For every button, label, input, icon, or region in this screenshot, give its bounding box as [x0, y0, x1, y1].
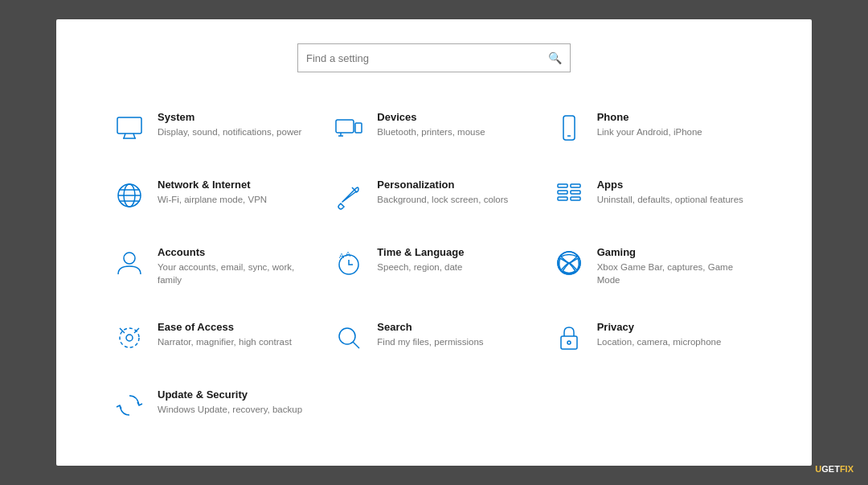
settings-grid: SystemDisplay, sound, notifications, pow… — [104, 97, 764, 442]
setting-item-network[interactable]: Network & InternetWi-Fi, airplane mode, … — [104, 164, 324, 232]
time-icon: AA — [332, 246, 366, 280]
svg-rect-0 — [117, 117, 141, 134]
search-bar: 🔍 — [297, 43, 571, 72]
watermark: UGETFIX — [815, 461, 854, 475]
svg-rect-18 — [571, 184, 580, 187]
setting-desc-system: Display, sound, notifications, power — [158, 125, 301, 138]
setting-title-gaming: Gaming — [597, 246, 747, 258]
svg-point-28 — [126, 335, 133, 341]
svg-text:A: A — [346, 250, 350, 258]
setting-desc-ease: Narrator, magnifier, high contrast — [158, 335, 292, 348]
apps-icon — [552, 179, 586, 212]
setting-title-personalization: Personalization — [377, 179, 508, 191]
setting-text-time: Time & LanguageSpeech, region, date — [377, 246, 464, 273]
setting-text-search: SearchFind my files, permissions — [377, 321, 483, 348]
setting-item-phone[interactable]: PhoneLink your Android, iPhone — [544, 97, 764, 164]
monitor-icon — [113, 111, 146, 145]
setting-item-devices[interactable]: DevicesBluetooth, printers, mouse — [324, 97, 543, 164]
setting-title-ease: Ease of Access — [158, 321, 292, 333]
setting-item-apps[interactable]: AppsUninstall, defaults, optional featur… — [544, 164, 764, 232]
svg-rect-19 — [571, 191, 580, 194]
search-icon: 🔍 — [548, 51, 562, 64]
setting-title-phone: Phone — [597, 111, 702, 123]
svg-rect-16 — [558, 191, 567, 194]
setting-item-system[interactable]: SystemDisplay, sound, notifications, pow… — [104, 97, 324, 164]
setting-desc-accounts: Your accounts, email, sync, work, family — [158, 261, 308, 286]
svg-rect-5 — [355, 123, 362, 133]
setting-desc-privacy: Location, camera, microphone — [597, 335, 722, 348]
setting-desc-search: Find my files, permissions — [377, 335, 483, 348]
paint-icon — [332, 179, 366, 212]
xbox-icon — [552, 246, 586, 280]
setting-title-search: Search — [377, 321, 483, 333]
setting-title-update: Update & Security — [158, 388, 302, 401]
devices-icon — [332, 111, 366, 145]
lock-icon — [552, 321, 586, 355]
setting-desc-gaming: Xbox Game Bar, captures, Game Mode — [597, 261, 747, 286]
account-icon — [113, 246, 146, 280]
setting-text-privacy: PrivacyLocation, camera, microphone — [597, 321, 722, 348]
setting-title-time: Time & Language — [377, 246, 464, 258]
setting-text-network: Network & InternetWi-Fi, airplane mode, … — [158, 179, 267, 206]
svg-rect-20 — [571, 197, 580, 200]
svg-point-32 — [567, 341, 571, 344]
setting-text-ease: Ease of AccessNarrator, magnifier, high … — [158, 321, 292, 348]
setting-item-privacy[interactable]: PrivacyLocation, camera, microphone — [544, 306, 764, 374]
setting-item-time[interactable]: AATime & LanguageSpeech, region, date — [324, 232, 543, 306]
setting-title-privacy: Privacy — [597, 321, 722, 333]
setting-item-gaming[interactable]: GamingXbox Game Bar, captures, Game Mode — [544, 232, 764, 306]
settings-window: 🔍 SystemDisplay, sound, notifications, p… — [56, 19, 812, 466]
setting-text-personalization: PersonalizationBackground, lock screen, … — [377, 179, 508, 206]
svg-line-2 — [133, 134, 135, 138]
search-icon — [332, 321, 366, 355]
setting-text-update: Update & SecurityWindows Update, recover… — [158, 388, 302, 416]
svg-rect-17 — [558, 197, 567, 200]
globe-icon — [113, 179, 146, 212]
setting-title-network: Network & Internet — [158, 179, 267, 191]
setting-item-ease[interactable]: Ease of AccessNarrator, magnifier, high … — [104, 306, 324, 374]
setting-desc-network: Wi-Fi, airplane mode, VPN — [158, 193, 267, 206]
setting-desc-time: Speech, region, date — [377, 261, 464, 273]
svg-rect-15 — [558, 184, 567, 187]
svg-line-30 — [353, 342, 359, 348]
setting-title-apps: Apps — [597, 179, 743, 191]
setting-item-search[interactable]: SearchFind my files, permissions — [324, 306, 543, 374]
watermark-get: GET — [821, 464, 840, 474]
setting-text-system: SystemDisplay, sound, notifications, pow… — [158, 111, 301, 138]
setting-desc-personalization: Background, lock screen, colors — [377, 193, 508, 206]
phone-icon — [552, 111, 586, 145]
search-input[interactable] — [306, 52, 548, 64]
update-icon — [113, 388, 146, 422]
setting-text-phone: PhoneLink your Android, iPhone — [597, 111, 702, 138]
search-bar-container: 🔍 — [297, 43, 571, 72]
setting-desc-apps: Uninstall, defaults, optional features — [597, 193, 743, 206]
setting-item-personalization[interactable]: PersonalizationBackground, lock screen, … — [324, 164, 543, 232]
setting-desc-devices: Bluetooth, printers, mouse — [377, 125, 485, 138]
setting-item-update[interactable]: Update & SecurityWindows Update, recover… — [104, 374, 324, 442]
setting-text-accounts: AccountsYour accounts, email, sync, work… — [158, 246, 308, 286]
setting-item-accounts[interactable]: AccountsYour accounts, email, sync, work… — [104, 232, 324, 306]
svg-line-1 — [124, 134, 125, 138]
setting-text-gaming: GamingXbox Game Bar, captures, Game Mode — [597, 246, 747, 286]
setting-title-accounts: Accounts — [158, 246, 308, 258]
svg-rect-4 — [336, 120, 354, 133]
ease-icon — [113, 321, 146, 355]
svg-point-21 — [124, 253, 135, 264]
setting-text-apps: AppsUninstall, defaults, optional featur… — [597, 179, 743, 206]
setting-text-devices: DevicesBluetooth, printers, mouse — [377, 111, 485, 138]
watermark-fix: FIX — [840, 464, 854, 474]
setting-desc-phone: Link your Android, iPhone — [597, 125, 702, 138]
setting-title-devices: Devices — [377, 111, 485, 123]
svg-text:A: A — [339, 252, 344, 260]
setting-desc-update: Windows Update, recovery, backup — [158, 403, 302, 416]
setting-title-system: System — [158, 111, 301, 123]
svg-rect-31 — [561, 336, 577, 349]
